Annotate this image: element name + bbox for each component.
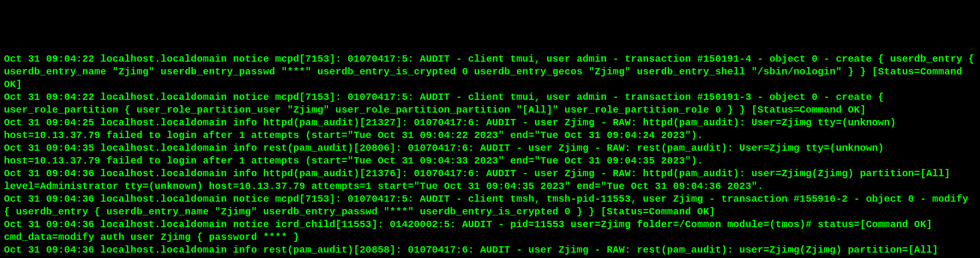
log-line: Oct 31 09:04:22 localhost.localdomain no… xyxy=(4,91,976,117)
log-line: Oct 31 09:04:36 localhost.localdomain in… xyxy=(4,167,976,193)
log-line: Oct 31 09:04:36 localhost.localdomain no… xyxy=(4,193,976,218)
log-line: Oct 31 09:04:35 localhost.localdomain in… xyxy=(4,142,976,167)
log-line: Oct 31 09:04:22 localhost.localdomain no… xyxy=(4,53,976,91)
log-line: Oct 31 09:04:36 localhost.localdomain in… xyxy=(4,244,976,258)
terminal-log-output: Oct 31 09:04:22 localhost.localdomain no… xyxy=(4,53,976,258)
log-line: Oct 31 09:04:25 localhost.localdomain in… xyxy=(4,117,976,142)
log-line: Oct 31 09:04:36 localhost.localdomain no… xyxy=(4,218,976,244)
